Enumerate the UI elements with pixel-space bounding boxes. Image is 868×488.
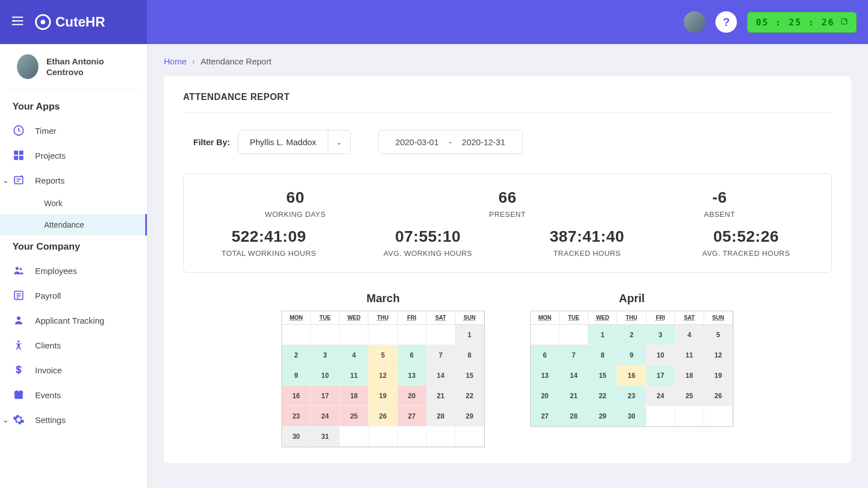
sidebar-item-work[interactable]: Work: [0, 193, 147, 214]
calendar-day[interactable]: 4: [675, 325, 704, 345]
calendar-day[interactable]: [340, 325, 368, 345]
calendar-day[interactable]: 29: [588, 406, 617, 426]
calendar-day[interactable]: 5: [704, 325, 733, 345]
sidebar-item-invoice[interactable]: Invoice: [0, 358, 147, 382]
calendar-day[interactable]: 23: [282, 406, 311, 426]
filter-select[interactable]: Phyllis L. Maddox ⌄: [238, 130, 351, 154]
calendar-day[interactable]: 3: [646, 325, 675, 345]
calendar-day[interactable]: 16: [617, 365, 646, 386]
calendar-day[interactable]: 20: [531, 386, 559, 406]
calendar-day[interactable]: 17: [646, 365, 675, 386]
calendar-day[interactable]: 8: [588, 345, 617, 365]
sidebar-item-clients[interactable]: Clients: [0, 333, 147, 358]
sidebar-item-label: Timer: [35, 126, 57, 136]
calendar-day[interactable]: 22: [588, 386, 617, 406]
calendar-day[interactable]: 5: [368, 345, 397, 365]
calendar-day[interactable]: 16: [282, 386, 311, 406]
calendar-day[interactable]: 12: [368, 365, 397, 386]
sidebar-item-label: Settings: [35, 415, 66, 425]
menu-toggle-icon[interactable]: [10, 14, 25, 30]
calendar-day[interactable]: 10: [311, 365, 340, 386]
calendar-day[interactable]: 9: [282, 365, 311, 386]
sidebar-user[interactable]: Ethan Antonio Centrovo: [7, 44, 140, 90]
calendar-day[interactable]: 14: [559, 365, 588, 386]
calendar-day[interactable]: 11: [340, 365, 368, 386]
calendar-day[interactable]: 2: [282, 345, 311, 365]
calendar-day[interactable]: [531, 325, 559, 345]
calendar-day[interactable]: 17: [311, 386, 340, 406]
calendar-day[interactable]: 6: [531, 345, 559, 365]
calendar-day[interactable]: 1: [588, 325, 617, 345]
calendar-day[interactable]: 19: [704, 365, 733, 386]
calendar-day[interactable]: 24: [646, 386, 675, 406]
calendar-day[interactable]: 26: [704, 386, 733, 406]
calendar-day[interactable]: 8: [455, 345, 484, 365]
calendar-day[interactable]: [427, 426, 455, 447]
help-button[interactable]: ?: [715, 11, 737, 33]
calendar-day[interactable]: 13: [398, 365, 427, 386]
calendar-day[interactable]: [282, 325, 311, 345]
calendar-day[interactable]: [427, 325, 455, 345]
calendar-day[interactable]: 27: [531, 406, 559, 426]
calendar-day[interactable]: [646, 406, 675, 426]
calendar-day[interactable]: 30: [617, 406, 646, 426]
calendar-day[interactable]: 23: [617, 386, 646, 406]
sidebar-item-projects[interactable]: Projects: [0, 143, 147, 168]
sidebar-item-reports[interactable]: Reports: [0, 168, 147, 193]
sidebar-item-settings[interactable]: Settings: [0, 407, 147, 432]
calendar-day[interactable]: 14: [427, 365, 455, 386]
calendar-day[interactable]: 24: [311, 406, 340, 426]
calendar-day[interactable]: [398, 325, 427, 345]
calendar-day[interactable]: 25: [340, 406, 368, 426]
calendar-day[interactable]: [368, 426, 397, 447]
sidebar-item-employees[interactable]: Employees: [0, 258, 147, 283]
sidebar-item-attendance[interactable]: Attendance: [0, 214, 147, 236]
calendar-day[interactable]: 11: [675, 345, 704, 365]
calendar-day[interactable]: 9: [617, 345, 646, 365]
calendar-day[interactable]: 27: [398, 406, 427, 426]
calendar-day[interactable]: 15: [455, 365, 484, 386]
calendar-day[interactable]: 30: [282, 426, 311, 447]
date-range-input[interactable]: 2020-03-01 - 2020-12-31: [378, 130, 523, 154]
calendar-day[interactable]: 7: [559, 345, 588, 365]
calendar-day[interactable]: [398, 426, 427, 447]
breadcrumb-home[interactable]: Home: [164, 56, 186, 66]
calendar-day[interactable]: [340, 426, 368, 447]
calendar-day[interactable]: [559, 325, 588, 345]
calendar-day[interactable]: 6: [398, 345, 427, 365]
calendar-day[interactable]: 18: [340, 386, 368, 406]
calendar-day[interactable]: [368, 325, 397, 345]
calendar-day[interactable]: 12: [704, 345, 733, 365]
brand-logo[interactable]: CuteHR: [35, 14, 105, 30]
header-avatar[interactable]: [684, 11, 705, 33]
calendar-day[interactable]: 28: [559, 406, 588, 426]
sidebar-item-timer[interactable]: Timer: [0, 118, 147, 143]
calendar-day[interactable]: 18: [675, 365, 704, 386]
calendar-day[interactable]: 28: [427, 406, 455, 426]
calendar-day[interactable]: 25: [675, 386, 704, 406]
calendar-day[interactable]: 10: [646, 345, 675, 365]
calendar-day[interactable]: 3: [311, 345, 340, 365]
calendar-day[interactable]: 15: [588, 365, 617, 386]
calendar-day[interactable]: 13: [531, 365, 559, 386]
calendar-day[interactable]: 2: [617, 325, 646, 345]
timer-badge[interactable]: 05 : 25 : 26: [747, 12, 857, 33]
sidebar-item-events[interactable]: Events: [0, 382, 147, 407]
calendar-day[interactable]: [311, 325, 340, 345]
calendar-day[interactable]: 7: [427, 345, 455, 365]
calendar-day[interactable]: 31: [311, 426, 340, 447]
calendar-day[interactable]: [455, 426, 484, 447]
calendar-day[interactable]: 20: [398, 386, 427, 406]
calendar-day[interactable]: 22: [455, 386, 484, 406]
sidebar-item-applicant[interactable]: Applicant Tracking: [0, 308, 147, 333]
calendar-day[interactable]: 21: [427, 386, 455, 406]
calendar-day[interactable]: 1: [455, 325, 484, 345]
calendar-day[interactable]: 26: [368, 406, 397, 426]
calendar-day[interactable]: 21: [559, 386, 588, 406]
calendar-day[interactable]: 19: [368, 386, 397, 406]
sidebar-item-payroll[interactable]: Payroll: [0, 283, 147, 308]
calendar-day[interactable]: [675, 406, 704, 426]
calendar-day[interactable]: 29: [455, 406, 484, 426]
calendar-day[interactable]: [704, 406, 733, 426]
calendar-day[interactable]: 4: [340, 345, 368, 365]
